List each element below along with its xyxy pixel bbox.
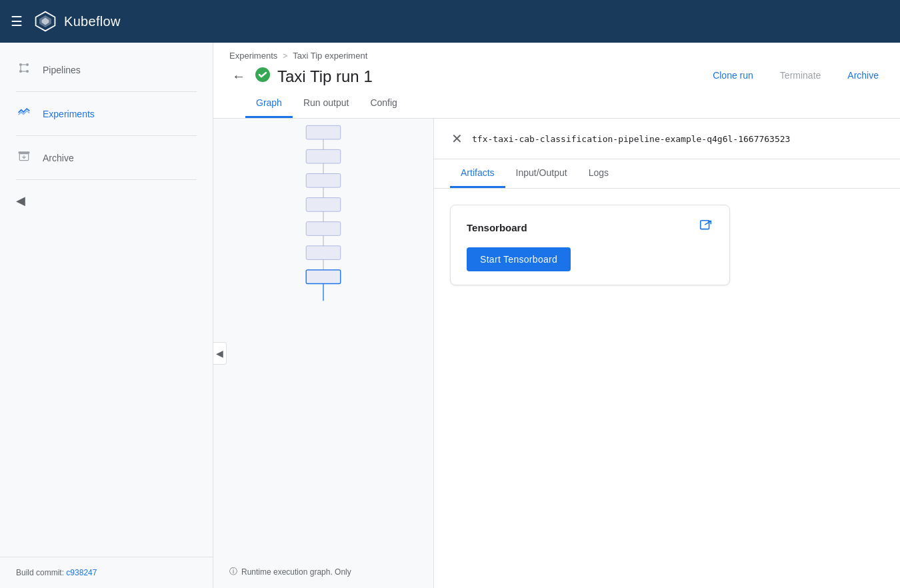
sidebar-item-experiments[interactable]: Experiments — [0, 97, 213, 130]
app-title-label: Kubeflow — [64, 14, 121, 29]
collapse-left-icon: ◀ — [16, 194, 25, 207]
svg-point-4 — [26, 63, 29, 66]
clone-run-button[interactable]: Clone run — [707, 67, 759, 83]
sidebar-experiments-label: Experiments — [43, 109, 95, 119]
sidebar-item-archive[interactable]: Archive — [0, 141, 213, 174]
pipelines-icon — [16, 61, 32, 78]
top-navigation: ☰ Kubeflow — [0, 0, 900, 43]
sidebar-pipelines-label: Pipelines — [43, 65, 81, 75]
svg-point-3 — [19, 63, 22, 66]
header-actions: Clone run Terminate Archive — [707, 67, 884, 86]
svg-rect-19 — [306, 246, 341, 260]
svg-point-5 — [19, 70, 22, 73]
content-area: Experiments > Taxi Tip experiment ← Taxi… — [213, 43, 900, 588]
info-icon: ⓘ — [229, 566, 237, 577]
tensorboard-card: Tensorboard Start Tensorboard — [450, 205, 730, 285]
back-button[interactable]: ← — [229, 66, 248, 87]
right-panel: ✕ tfx-taxi-cab-classification-pipeline-e… — [433, 119, 900, 588]
graph-bottom-label: ⓘ Runtime execution graph. Only — [229, 566, 351, 577]
svg-rect-17 — [306, 198, 341, 212]
breadcrumb-separator: > — [283, 51, 287, 61]
tensorboard-card-header: Tensorboard — [467, 219, 713, 237]
title-row: ← Taxi Tip run 1 Clone run Terminate Arc… — [229, 66, 884, 87]
tab-config[interactable]: Config — [359, 89, 407, 118]
build-commit-prefix: Build commit: — [16, 568, 66, 577]
svg-rect-16 — [306, 174, 341, 188]
panel-tab-logs[interactable]: Logs — [578, 159, 619, 188]
title-left: ← Taxi Tip run 1 — [229, 66, 373, 87]
sidebar-divider-1 — [16, 91, 197, 92]
archive-icon — [16, 149, 32, 166]
archive-button[interactable]: Archive — [842, 67, 884, 83]
panel-close-button[interactable]: ✕ — [450, 129, 464, 148]
breadcrumb-current: Taxi Tip experiment — [293, 51, 367, 61]
panel-header: ✕ tfx-taxi-cab-classification-pipeline-e… — [434, 119, 900, 159]
breadcrumb-experiments-link[interactable]: Experiments — [229, 51, 277, 61]
main-layout: Pipelines Experiments — [0, 43, 900, 588]
svg-rect-18 — [306, 222, 341, 236]
sidebar-divider-2 — [16, 135, 197, 136]
start-tensorboard-button[interactable]: Start Tensorboard — [467, 247, 571, 271]
graph-collapse-button[interactable]: ◀ — [213, 342, 227, 365]
hamburger-menu-icon[interactable]: ☰ — [11, 13, 23, 29]
experiments-icon — [16, 105, 32, 122]
sidebar-divider-3 — [16, 179, 197, 180]
panel-tabs: Artifacts Input/Output Logs — [434, 159, 900, 189]
panel-tab-artifacts[interactable]: Artifacts — [450, 159, 505, 188]
svg-rect-14 — [306, 125, 341, 139]
sidebar-footer: Build commit: c938247 — [0, 557, 213, 588]
terminate-button[interactable]: Terminate — [775, 67, 826, 83]
graph-canvas — [213, 119, 433, 311]
svg-rect-20 — [306, 270, 341, 284]
breadcrumb: Experiments > Taxi Tip experiment — [229, 51, 884, 61]
panel-title: tfx-taxi-cab-classification-pipeline-exa… — [472, 134, 790, 144]
panel-content: Tensorboard Start Tensorboard — [434, 189, 900, 588]
svg-point-6 — [26, 70, 29, 73]
tab-run-output[interactable]: Run output — [293, 89, 360, 118]
sidebar-archive-label: Archive — [43, 153, 74, 163]
tab-graph[interactable]: Graph — [245, 89, 293, 118]
svg-line-30 — [705, 221, 711, 225]
run-content: ⓘ Runtime execution graph. Only ◀ ✕ tfx-… — [213, 119, 900, 588]
graph-area: ⓘ Runtime execution graph. Only ◀ — [213, 119, 433, 588]
sidebar-nav: Pipelines Experiments — [0, 43, 213, 557]
sidebar-item-pipelines[interactable]: Pipelines — [0, 53, 213, 86]
collapse-right-icon: ◀ — [216, 348, 223, 359]
kubeflow-logo — [33, 9, 57, 33]
svg-rect-15 — [306, 149, 341, 163]
sidebar-collapse-button[interactable]: ◀ — [0, 185, 213, 216]
tensorboard-label: Tensorboard — [467, 222, 527, 233]
build-commit-link[interactable]: c938247 — [66, 568, 97, 577]
logo-area: Kubeflow — [33, 9, 121, 33]
sidebar: Pipelines Experiments — [0, 43, 213, 588]
page-header: Experiments > Taxi Tip experiment ← Taxi… — [213, 43, 900, 119]
panel-tab-input-output[interactable]: Input/Output — [505, 159, 578, 188]
external-link-icon[interactable] — [699, 219, 713, 237]
tab-bar: Graph Run output Config — [229, 89, 884, 118]
run-status-icon — [255, 67, 271, 87]
run-title: Taxi Tip run 1 — [277, 67, 373, 86]
graph-label-text: Runtime execution graph. Only — [241, 567, 351, 577]
